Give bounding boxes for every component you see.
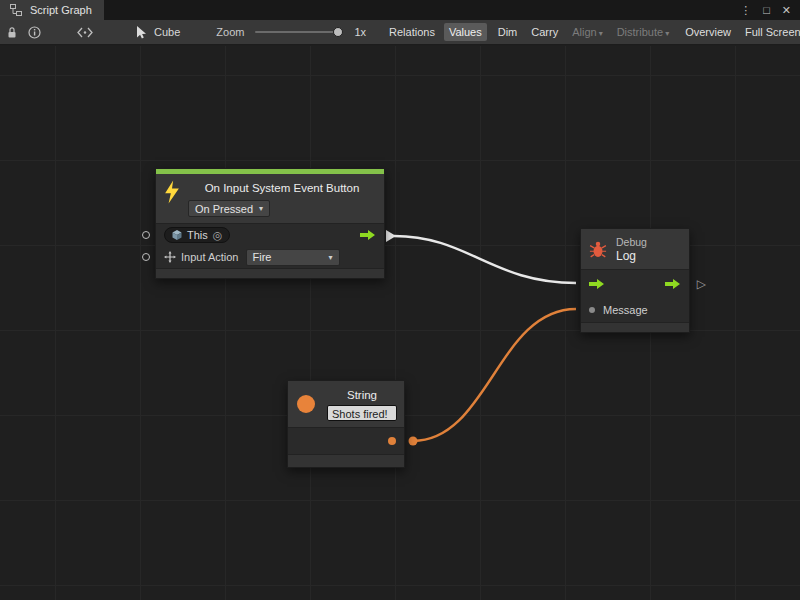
graph-canvas[interactable]: On Input System Event Button On Pressed … [0, 46, 800, 600]
debug-node-footer [581, 322, 689, 332]
string-value-input[interactable]: Shots fired! [327, 405, 397, 421]
input-action-port-row: Input Action Fire ▾ [156, 246, 384, 268]
event-flow-output-port[interactable] [360, 230, 376, 240]
debug-flow-input-port[interactable] [589, 279, 605, 289]
distribute-button[interactable]: Distribute▾ [612, 23, 674, 41]
maximize-icon[interactable]: □ [763, 5, 770, 16]
relations-button[interactable]: Relations [386, 23, 438, 41]
gameobject-icon [172, 230, 182, 240]
lock-icon[interactable] [6, 24, 18, 40]
string-node-header[interactable]: String Shots fired! [288, 381, 404, 427]
bug-icon [589, 240, 607, 258]
input-action-dropdown[interactable]: Fire ▾ [246, 249, 340, 266]
fullscreen-button[interactable]: Full Screen [740, 23, 800, 41]
value-wire [413, 309, 576, 441]
zoom-control: Zoom 1x [216, 26, 366, 38]
align-button[interactable]: Align▾ [567, 23, 607, 41]
flow-wire [394, 236, 576, 283]
zoom-value: 1x [354, 26, 366, 38]
this-object-field[interactable]: This ◎ [164, 227, 230, 243]
flow-wire-start-triangle [386, 230, 396, 242]
debug-flow-output-port[interactable] [665, 279, 681, 289]
this-port-row: This ◎ [156, 224, 384, 246]
event-node[interactable]: On Input System Event Button On Pressed … [155, 168, 385, 279]
zoom-label: Zoom [216, 26, 244, 38]
message-input-port[interactable] [589, 307, 595, 313]
chevron-down-icon: ▾ [599, 29, 603, 38]
debug-node-header[interactable]: Debug Log [581, 229, 689, 269]
string-node-body [288, 427, 404, 454]
string-node-title: String [327, 387, 397, 403]
string-node-footer [288, 454, 404, 467]
input-action-icon [164, 251, 176, 263]
info-icon[interactable] [28, 24, 41, 40]
code-view-icon[interactable] [77, 24, 93, 40]
lightning-icon [164, 180, 180, 204]
string-node[interactable]: String Shots fired! [287, 380, 405, 468]
event-trigger-dropdown[interactable]: On Pressed ▾ [188, 200, 270, 217]
string-output-row [288, 428, 404, 454]
debug-node-category: Debug [616, 236, 647, 249]
this-field-label: This [187, 229, 208, 241]
value-wire-start-dot [409, 437, 418, 446]
input-action-value: Fire [253, 251, 272, 263]
carry-button[interactable]: Carry [526, 23, 563, 41]
overview-button[interactable]: Overview [680, 23, 736, 41]
debug-node-body: ▷ Message [581, 269, 689, 322]
tab-label: Script Graph [30, 4, 92, 16]
window-controls: ⋮ □ ✕ [740, 0, 800, 20]
input-action-input-port[interactable] [142, 253, 150, 261]
this-input-port[interactable] [142, 231, 150, 239]
flow-continue-icon: ▷ [697, 278, 706, 290]
window-menu-icon[interactable]: ⋮ [740, 5, 751, 16]
chevron-down-icon: ▾ [328, 253, 332, 262]
debug-log-node[interactable]: Debug Log ▷ Message [580, 228, 690, 333]
event-node-title: On Input System Event Button [188, 180, 376, 196]
event-node-body: This ◎ Input Act [156, 223, 384, 268]
tab-script-graph[interactable]: Script Graph [0, 0, 104, 20]
graph-toolbar: Cube Zoom 1x Relations Values Dim Carry … [0, 20, 800, 45]
window-titlebar: Script Graph ⋮ □ ✕ [0, 0, 800, 20]
values-button[interactable]: Values [444, 23, 487, 41]
debug-message-row: Message [581, 298, 689, 322]
input-action-label: Input Action [181, 251, 239, 263]
chevron-down-icon: ▾ [259, 204, 263, 213]
object-picker-icon[interactable]: ◎ [213, 230, 223, 241]
zoom-slider[interactable] [255, 31, 343, 33]
target-object-label: Cube [154, 26, 180, 38]
debug-node-title: Log [616, 249, 647, 263]
debug-flow-row: ▷ [581, 270, 689, 298]
message-label: Message [603, 304, 648, 316]
string-type-icon [297, 395, 315, 413]
event-node-header[interactable]: On Input System Event Button On Pressed … [156, 174, 384, 223]
chevron-down-icon: ▾ [665, 29, 669, 38]
dim-button[interactable]: Dim [493, 23, 523, 41]
cursor-icon [133, 24, 149, 40]
string-output-port[interactable] [388, 437, 396, 445]
close-icon[interactable]: ✕ [782, 5, 791, 16]
event-trigger-value: On Pressed [195, 203, 253, 215]
target-object-group[interactable]: Cube [133, 24, 180, 40]
event-node-footer [156, 268, 384, 278]
zoom-slider-handle[interactable] [333, 27, 343, 37]
graph-icon [8, 2, 24, 18]
